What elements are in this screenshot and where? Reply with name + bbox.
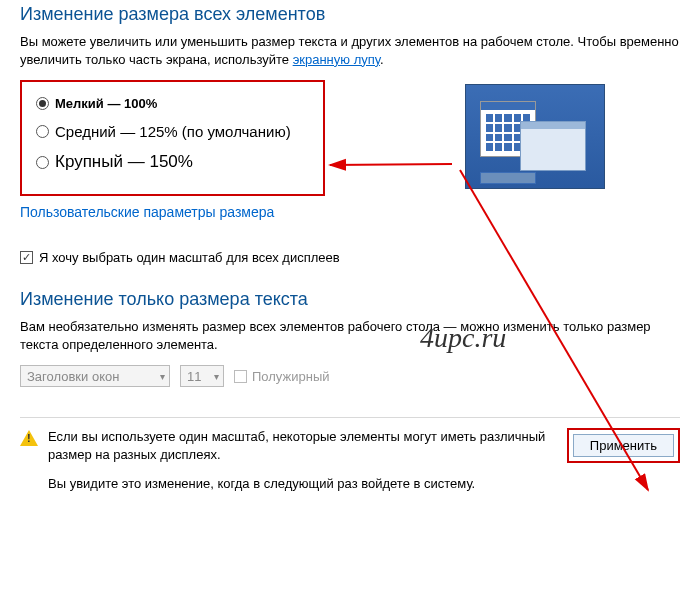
custom-size-link[interactable]: Пользовательские параметры размера — [20, 204, 325, 220]
magnifier-link[interactable]: экранную лупу — [293, 52, 380, 67]
scale-options-group: Мелкий — 100% Средний — 125% (по умолчан… — [20, 80, 325, 196]
radio-label-medium: Средний — 125% (по умолчанию) — [55, 123, 291, 140]
section-heading-resize-all: Изменение размера всех элементов — [20, 4, 680, 25]
warn-line-1: Если вы используете один масштаб, некото… — [48, 428, 557, 464]
desc-text-b: . — [380, 52, 384, 67]
bold-checkbox[interactable]: Полужирный — [234, 369, 330, 384]
radio-scale-small[interactable]: Мелкий — 100% — [36, 96, 305, 111]
footer-text: Если вы используете один масштаб, некото… — [48, 428, 557, 503]
display-preview-image — [465, 84, 605, 189]
warning-icon — [20, 430, 38, 446]
radio-icon — [36, 97, 49, 110]
element-combo[interactable]: Заголовки окон ▾ — [20, 365, 170, 387]
warn-line-2: Вы увидите это изменение, когда в следую… — [48, 475, 557, 493]
element-combo-value: Заголовки окон — [27, 369, 119, 384]
apply-button[interactable]: Применить — [573, 434, 674, 457]
divider — [20, 417, 680, 418]
fontsize-combo-value: 11 — [187, 369, 201, 384]
radio-label-small: Мелкий — 100% — [55, 96, 157, 111]
apply-highlight: Применить — [567, 428, 680, 463]
radio-scale-medium[interactable]: Средний — 125% (по умолчанию) — [36, 123, 305, 140]
bold-label: Полужирный — [252, 369, 330, 384]
checkbox-label: Я хочу выбрать один масштаб для всех дис… — [39, 250, 340, 265]
radio-scale-large[interactable]: Крупный — 150% — [36, 152, 305, 172]
checkbox-icon — [234, 370, 247, 383]
radio-icon — [36, 125, 49, 138]
chevron-down-icon: ▾ — [214, 371, 219, 382]
radio-label-large: Крупный — 150% — [55, 152, 193, 172]
fontsize-combo[interactable]: 11 ▾ — [180, 365, 224, 387]
section-desc: Вы можете увеличить или уменьшить размер… — [20, 33, 680, 68]
section-heading-text-only: Изменение только размера текста — [20, 289, 680, 310]
checkbox-icon: ✓ — [20, 251, 33, 264]
checkbox-single-scale[interactable]: ✓ Я хочу выбрать один масштаб для всех д… — [20, 250, 680, 265]
radio-icon — [36, 156, 49, 169]
section2-desc: Вам необязательно изменять размер всех э… — [20, 318, 680, 353]
chevron-down-icon: ▾ — [160, 371, 165, 382]
